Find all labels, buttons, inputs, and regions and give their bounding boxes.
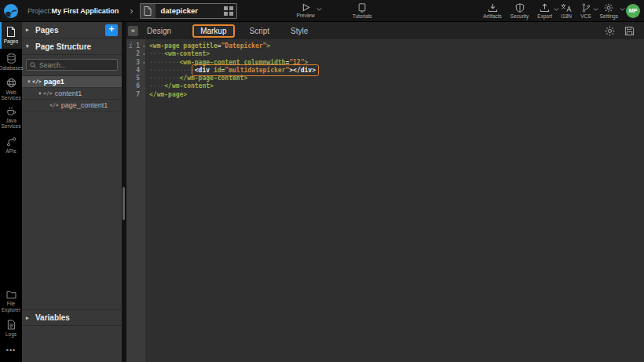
expanded-caret-icon[interactable]: ▾ [37, 90, 43, 97]
breadcrumb-chevron-icon: › [130, 5, 133, 16]
export-caret-icon[interactable] [554, 8, 559, 11]
coffee-icon [6, 106, 16, 116]
left-rail: Pages Databases Web Services Java Servic… [0, 22, 22, 362]
tree-item-content1[interactable]: ▾ </> content1 [22, 88, 122, 100]
markup-code-editor[interactable]: i1▾2▾3▾4567 <wm-page pagetitle="Datepick… [126, 39, 644, 362]
code-widget-icon: </> [32, 79, 42, 85]
code-token: "multidatepicker" [225, 67, 289, 74]
gutter-line[interactable]: 2▾ [126, 50, 145, 58]
add-page-button[interactable]: + [105, 24, 118, 36]
log-file-icon [7, 320, 16, 330]
collapsed-caret-icon: ▸ [26, 315, 31, 321]
line-number: 4 [136, 67, 140, 75]
structure-header-label: Page Structure [35, 42, 91, 51]
rail-item-file-explorer[interactable]: File Explorer [0, 288, 22, 315]
tab-design[interactable]: Design [147, 27, 171, 35]
rail-item-web-services[interactable]: Web Services [0, 75, 22, 104]
gutter-line[interactable]: 6 [126, 82, 145, 90]
rail-item-apis[interactable]: APIs [0, 132, 22, 159]
pages-header-label: Pages [35, 26, 58, 35]
export-label: Export [537, 13, 552, 19]
panel-divider [122, 22, 126, 362]
shield-icon [515, 3, 525, 13]
connector-icon [6, 137, 16, 147]
code-widget-icon: </> [49, 102, 59, 108]
code-line[interactable]: ············<div id="multidatepicker"></… [149, 67, 644, 75]
rail-more-button[interactable]: ••• [0, 342, 22, 362]
code-lines[interactable]: <wm-page pagetitle="Datepicker">····<wm-… [145, 39, 644, 362]
vcs-button[interactable]: VCS [580, 3, 591, 19]
translate-icon [561, 3, 572, 13]
code-line[interactable]: </wm-page> [149, 91, 644, 99]
code-line[interactable]: ····</wm-content> [149, 82, 644, 90]
fold-caret-icon[interactable]: ▾ [142, 50, 145, 58]
code-token: "12" [289, 59, 304, 66]
security-button[interactable]: Security [510, 3, 529, 19]
fold-caret-icon[interactable]: ▾ [142, 59, 145, 67]
rail-item-logs[interactable]: Logs [0, 315, 22, 342]
user-avatar[interactable]: MP [626, 4, 640, 18]
pages-icon [6, 27, 16, 37]
save-button[interactable] [624, 26, 635, 36]
page-file-icon [141, 4, 156, 18]
tutorials-button[interactable]: Tutorials [353, 3, 372, 19]
i18n-button[interactable]: I18N [561, 3, 572, 19]
code-token: columnwidth [243, 59, 285, 66]
editor-settings-button[interactable] [605, 26, 615, 36]
top-bar: Project:My First Application › datepicke… [0, 0, 644, 22]
vcs-caret-icon[interactable] [593, 8, 598, 11]
panel-scrollbar[interactable] [123, 187, 125, 220]
preview-label: Preview [297, 13, 315, 18]
code-token: pagetitle [183, 42, 217, 49]
code-line[interactable]: <wm-page pagetitle="Datepicker"> [149, 42, 644, 50]
rail-label: Pages [4, 38, 18, 44]
code-token: > [305, 59, 309, 66]
fold-caret-icon[interactable]: ▾ [142, 42, 145, 50]
gutter-line[interactable]: i1▾ [126, 42, 145, 50]
rail-item-databases[interactable]: Databases [0, 49, 22, 75]
code-line[interactable]: ········</wm-page-content> [149, 75, 644, 82]
gutter-line[interactable]: 7 [126, 91, 145, 99]
settings-caret-icon[interactable] [620, 8, 625, 11]
globe-icon [6, 78, 16, 88]
tab-script[interactable]: Script [250, 27, 270, 35]
rail-label: Java Services [0, 118, 22, 130]
open-page-tab[interactable]: datepicker [140, 3, 237, 19]
search-input[interactable]: Search... [26, 59, 118, 71]
wavemaker-logo-icon[interactable] [2, 2, 20, 20]
pages-grid-icon[interactable] [224, 6, 233, 16]
indent-whitespace: ············ [149, 67, 195, 74]
expanded-caret-icon: ▾ [26, 43, 31, 49]
rail-item-pages[interactable]: Pages [0, 22, 22, 49]
code-line[interactable]: ········<wm-page-content columnwidth="12… [149, 59, 644, 67]
project-breadcrumb: Project:My First Application [27, 7, 119, 15]
pages-section-header[interactable]: ▸ Pages + [22, 22, 122, 38]
gutter-line[interactable]: 3▾ [126, 59, 145, 67]
collapse-panel-button[interactable]: « [128, 26, 138, 36]
rail-label: Databases [0, 65, 24, 71]
rail-item-java-services[interactable]: Java Services [0, 104, 22, 132]
preview-button[interactable]: Preview [297, 3, 315, 18]
gutter-line[interactable]: 4 [126, 67, 145, 75]
export-button[interactable]: Export [537, 3, 552, 19]
variables-section-header[interactable]: ▸ Variables [22, 309, 122, 326]
preview-caret-icon[interactable] [317, 8, 322, 11]
tree-item-page1[interactable]: ▾ </> page1 [22, 76, 122, 88]
line-number: 5 [136, 75, 140, 82]
highlighted-code[interactable]: <div id="multidatepicker"></div> [195, 67, 316, 75]
tree-item-page-content1[interactable]: </> page_content1 [22, 100, 122, 112]
line-number: 7 [136, 91, 140, 99]
tab-style[interactable]: Style [291, 27, 308, 35]
tab-markup[interactable]: Markup [192, 24, 234, 38]
code-token: <wm-page-content [180, 59, 240, 66]
code-token: </wm-page-content> [180, 75, 248, 82]
gutter-line[interactable]: 5 [126, 75, 145, 82]
settings-button[interactable]: Settings [600, 3, 619, 19]
indent-whitespace: ········ [149, 59, 180, 66]
expanded-caret-icon[interactable]: ▾ [26, 79, 32, 85]
code-token: <div [195, 67, 214, 74]
artifacts-button[interactable]: Artifacts [483, 3, 501, 19]
page-structure-header[interactable]: ▾ Page Structure [22, 38, 122, 55]
code-line[interactable]: ····<wm-content> [149, 50, 644, 58]
folder-icon [6, 291, 16, 299]
